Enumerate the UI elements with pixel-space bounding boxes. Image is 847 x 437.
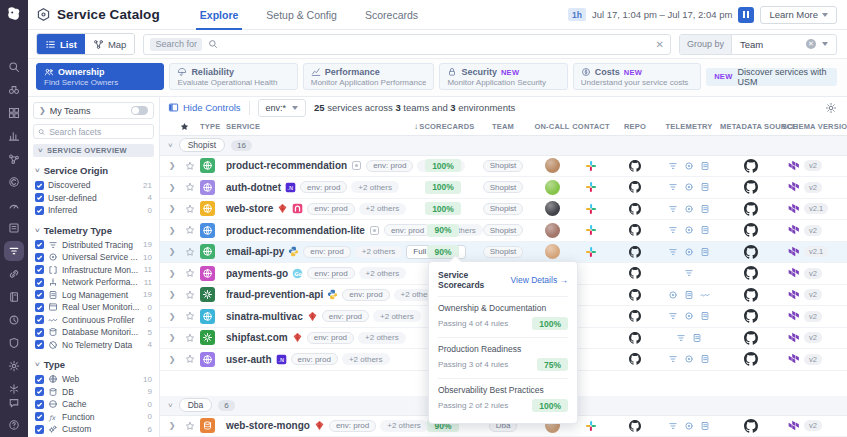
row-expand-caret[interactable]: ❯ [164, 333, 180, 342]
checkbox-checked[interactable] [35, 328, 44, 337]
category-tab-costs[interactable]: CostsNEWUnderstand your service costs [573, 63, 701, 90]
checkbox-checked[interactable] [35, 387, 44, 396]
github-repo-icon[interactable] [629, 160, 641, 172]
slack-icon[interactable] [585, 203, 597, 215]
metadata-source-github-icon[interactable] [744, 202, 758, 216]
column-header-metadata-source[interactable]: METADATA SOURCE [720, 122, 782, 131]
telemetry-usm-icon[interactable] [684, 354, 694, 364]
metadata-source-github-icon[interactable] [744, 245, 758, 259]
rail-host-icon[interactable] [7, 221, 21, 235]
telemetry-logs-icon[interactable] [700, 204, 710, 214]
checkbox-checked[interactable] [35, 315, 44, 324]
telemetry-trace-icon[interactable] [668, 247, 678, 257]
team-pill[interactable]: Shopist [483, 246, 524, 258]
telemetry-usm-icon[interactable] [684, 421, 694, 431]
view-details-link[interactable]: View Details → [511, 275, 568, 285]
env-pill[interactable]: env: prod [384, 224, 431, 236]
service-name[interactable]: web-store [226, 203, 273, 214]
column-header-service[interactable]: SERVICE [226, 122, 414, 131]
row-expand-caret[interactable]: ❯ [164, 355, 180, 364]
facet-search-input[interactable] [49, 127, 149, 137]
metadata-source-github-icon[interactable] [744, 419, 758, 433]
favorite-star-icon[interactable] [185, 204, 195, 214]
rail-binoculars-icon[interactable] [7, 83, 21, 97]
row-expand-caret[interactable]: ❯ [164, 183, 180, 192]
telemetry-trace-icon[interactable] [668, 182, 678, 192]
service-name[interactable]: product-recommendation-lite [226, 225, 365, 236]
row-expand-caret[interactable]: ❯ [164, 226, 180, 235]
row-expand-caret[interactable]: ❯ [164, 290, 180, 299]
group-by-control[interactable]: Group by Team ✕ [679, 34, 837, 55]
others-pill[interactable]: +2 others [351, 181, 399, 193]
search-bar[interactable]: Search for ✕ [143, 34, 671, 55]
chevron-down-icon[interactable]: ˅ [168, 141, 173, 150]
list-view-button[interactable]: List [37, 34, 85, 54]
category-tab-performance[interactable]: PerformanceMonitor Application Performan… [303, 63, 435, 90]
scorecard-badge[interactable]: 100% [425, 202, 461, 215]
checkbox-checked[interactable] [35, 193, 44, 202]
rail-netgraph-icon[interactable] [7, 152, 21, 166]
rail-dashboard-icon[interactable] [7, 106, 21, 120]
oncall-avatar[interactable] [545, 180, 560, 195]
checkbox-checked[interactable] [35, 240, 44, 249]
others-pill[interactable]: +2 others [342, 353, 390, 365]
slack-icon[interactable] [585, 224, 597, 236]
github-repo-icon[interactable] [629, 332, 641, 344]
checkbox-checked[interactable] [35, 303, 44, 312]
team-pill[interactable]: Shopist [483, 224, 524, 236]
github-repo-icon[interactable] [629, 310, 641, 322]
rail-chainlink-icon[interactable] [7, 267, 21, 281]
telemetry-usm-icon[interactable] [668, 290, 678, 300]
github-repo-icon[interactable] [629, 203, 641, 215]
checkbox-checked[interactable] [35, 400, 44, 409]
row-expand-caret[interactable]: ❯ [164, 161, 180, 170]
rail-gauge-icon[interactable] [7, 198, 21, 212]
telemetry-logs-icon[interactable] [700, 354, 710, 364]
telemetry-usm-icon[interactable] [684, 204, 694, 214]
oncall-avatar[interactable] [545, 158, 560, 173]
telemetry-logs-icon[interactable] [692, 333, 702, 343]
favorite-star-icon[interactable] [185, 225, 195, 235]
row-expand-caret[interactable]: ❯ [164, 204, 180, 213]
checkbox-checked[interactable] [35, 375, 44, 384]
facet-group-title[interactable]: ˅Service Origin [35, 165, 154, 176]
env-filter-select[interactable]: env:* [258, 99, 307, 117]
column-header-on-call[interactable]: ON-CALL [534, 122, 570, 131]
telemetry-trace-icon[interactable] [668, 421, 678, 431]
top-tab-explore[interactable]: Explore [186, 0, 253, 30]
service-name[interactable]: user-auth [226, 354, 272, 365]
rail-servicecatalog-icon[interactable] [7, 244, 21, 258]
slack-icon[interactable] [585, 181, 597, 193]
checkbox-checked[interactable] [35, 290, 44, 299]
env-pill[interactable]: env: prod [303, 246, 350, 258]
scorecard-badge[interactable]: 100% [425, 159, 461, 172]
usm-banner[interactable]: NEWDiscover services with USM [706, 68, 837, 86]
pause-button[interactable] [738, 7, 754, 23]
row-expand-caret[interactable]: ❯ [164, 269, 180, 278]
favorite-star-icon[interactable] [185, 268, 195, 278]
column-header-type[interactable]: TYPE [200, 122, 226, 131]
service-name[interactable]: product-recommendation [226, 160, 347, 171]
env-pill[interactable]: env: prod [329, 420, 376, 432]
env-pill[interactable]: env: prod [366, 160, 413, 172]
oncall-avatar[interactable] [545, 201, 560, 216]
metadata-source-github-icon[interactable] [744, 331, 758, 345]
others-pill[interactable]: +2 others [380, 420, 428, 432]
telemetry-trace-icon[interactable] [668, 311, 678, 321]
column-header-scorecards[interactable]: ↓SCORECARDS [414, 122, 472, 131]
others-pill[interactable]: +2 others [359, 203, 407, 215]
rail-shield-icon[interactable] [7, 336, 21, 350]
github-repo-icon[interactable] [629, 420, 641, 432]
group-name-pill[interactable]: Dba [179, 398, 213, 412]
env-pill[interactable]: env: prod [342, 289, 389, 301]
team-pill[interactable]: Shopist [483, 181, 524, 193]
hide-controls-button[interactable]: Hide Controls [168, 102, 241, 113]
env-pill[interactable]: env: prod [307, 332, 354, 344]
column-header-telemetry[interactable]: TELEMETRY [658, 122, 720, 131]
slack-icon[interactable] [585, 160, 597, 172]
checkbox-checked[interactable] [35, 206, 44, 215]
column-header-schema-version[interactable]: SCHEMA VERSION [782, 122, 834, 131]
row-expand-caret[interactable]: ❯ [164, 312, 180, 321]
metadata-source-github-icon[interactable] [744, 223, 758, 237]
rail-logpipeline-icon[interactable] [7, 313, 21, 327]
